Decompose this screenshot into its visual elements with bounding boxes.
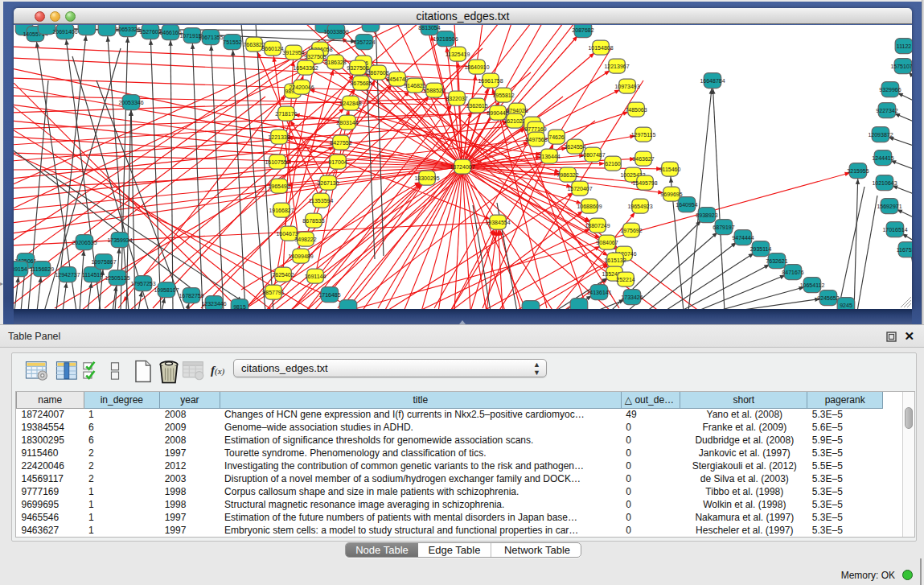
svg-text:6497568: 6497568 bbox=[525, 137, 547, 142]
svg-text:11325419: 11325419 bbox=[446, 51, 470, 57]
svg-text:15692971: 15692971 bbox=[877, 204, 901, 209]
svg-text:16782759: 16782759 bbox=[179, 293, 203, 299]
svg-text:18640910: 18640910 bbox=[464, 64, 489, 70]
svg-text:6879197: 6879197 bbox=[713, 225, 734, 230]
svg-text:19166827: 19166827 bbox=[269, 208, 294, 213]
svg-text:8322037: 8322037 bbox=[446, 96, 467, 101]
svg-text:7485063: 7485063 bbox=[625, 107, 647, 113]
svg-text:17957253: 17957253 bbox=[130, 281, 155, 286]
svg-text:62160: 62160 bbox=[605, 161, 621, 167]
svg-text:17359934: 17359934 bbox=[107, 237, 132, 243]
svg-text:8186328: 8186328 bbox=[324, 60, 346, 65]
svg-text:10154808: 10154808 bbox=[588, 45, 613, 51]
svg-text:10653326: 10653326 bbox=[115, 27, 140, 32]
svg-text:1588520: 1588520 bbox=[423, 88, 445, 93]
svg-text:16107552: 16107552 bbox=[265, 159, 290, 165]
svg-text:19654923: 19654923 bbox=[627, 204, 652, 209]
svg-text:7625402: 7625402 bbox=[272, 272, 294, 278]
svg-text:15720407: 15720407 bbox=[567, 186, 592, 192]
svg-text:1362615: 1362615 bbox=[466, 103, 487, 109]
svg-text:2935114: 2935114 bbox=[750, 246, 772, 252]
svg-text:3912954: 3912954 bbox=[282, 50, 304, 56]
svg-text:20053346: 20053346 bbox=[118, 100, 143, 105]
svg-text:12975115: 12975115 bbox=[631, 132, 656, 138]
svg-text:9857791: 9857791 bbox=[262, 290, 284, 295]
svg-text:9245652: 9245652 bbox=[817, 295, 839, 301]
svg-text:1621022: 1621022 bbox=[503, 118, 525, 124]
svg-text:10671355: 10671355 bbox=[198, 35, 223, 40]
svg-text:1615132: 1615132 bbox=[604, 257, 626, 263]
svg-text:3675685: 3675685 bbox=[350, 80, 372, 86]
svg-text:18724007: 18724007 bbox=[450, 164, 474, 170]
svg-text:8813054: 8813054 bbox=[418, 25, 440, 31]
svg-text:9474444: 9474444 bbox=[732, 235, 754, 241]
svg-text:19218506: 19218506 bbox=[433, 36, 458, 42]
svg-text:2718176: 2718176 bbox=[275, 111, 297, 117]
svg-text:9245: 9245 bbox=[840, 303, 852, 308]
svg-text:1244415: 1244415 bbox=[872, 155, 893, 161]
svg-text:10975867: 10975867 bbox=[91, 259, 116, 265]
svg-text:16961758: 16961758 bbox=[478, 78, 503, 84]
svg-text:8678533: 8678533 bbox=[302, 218, 324, 224]
svg-text:1527602: 1527602 bbox=[139, 29, 161, 35]
svg-text:16648784: 16648784 bbox=[700, 78, 725, 84]
svg-text:10654112: 10654112 bbox=[800, 282, 825, 288]
svg-text:6794028: 6794028 bbox=[506, 108, 528, 113]
svg-text:6466160: 6466160 bbox=[159, 30, 181, 35]
svg-text:2803144: 2803144 bbox=[336, 120, 358, 126]
svg-text:9327505: 9327505 bbox=[304, 54, 326, 60]
svg-text:10210643: 10210643 bbox=[872, 180, 897, 186]
svg-text:17016514: 17016514 bbox=[882, 227, 907, 233]
svg-text:7632621: 7632621 bbox=[766, 258, 787, 264]
svg-text:9699695: 9699695 bbox=[660, 192, 682, 197]
svg-text:751552: 751552 bbox=[223, 39, 241, 45]
svg-text:12942737: 12942737 bbox=[55, 272, 80, 278]
svg-text:8427552: 8427552 bbox=[330, 140, 351, 146]
svg-text:8660124: 8660124 bbox=[261, 46, 283, 51]
svg-text:7357224: 7357224 bbox=[353, 39, 375, 45]
svg-text:11353594: 11353594 bbox=[309, 198, 334, 204]
svg-text:9084067: 9084067 bbox=[596, 240, 618, 245]
svg-text:9242848: 9242848 bbox=[339, 101, 361, 106]
svg-text:9115460: 9115460 bbox=[659, 167, 681, 172]
svg-text:16543362: 16543362 bbox=[293, 65, 318, 71]
svg-text:19384554: 19384554 bbox=[485, 220, 510, 225]
svg-text:8471676: 8471676 bbox=[782, 270, 803, 275]
svg-text:20206535: 20206535 bbox=[72, 240, 97, 245]
svg-text:8454749: 8454749 bbox=[386, 76, 408, 82]
svg-text:9329966: 9329966 bbox=[879, 87, 901, 93]
svg-text:15495798: 15495798 bbox=[632, 180, 657, 186]
svg-text:18300295: 18300295 bbox=[414, 175, 439, 181]
svg-text:2087682: 2087682 bbox=[572, 27, 593, 33]
svg-text:12213967: 12213967 bbox=[604, 64, 629, 69]
svg-text:10688609: 10688609 bbox=[577, 204, 602, 209]
svg-text:1640954: 1640954 bbox=[676, 202, 697, 208]
svg-text:9227342: 9227342 bbox=[876, 108, 897, 113]
svg-text:11156829: 11156829 bbox=[30, 266, 54, 272]
svg-text:39154: 39154 bbox=[14, 266, 27, 272]
svg-text:7986322: 7986322 bbox=[556, 172, 578, 178]
svg-text:917004: 917004 bbox=[328, 159, 347, 165]
svg-text:9327508: 9327508 bbox=[347, 65, 368, 71]
svg-text:2867608: 2867608 bbox=[367, 70, 388, 76]
svg-text:1691144: 1691144 bbox=[305, 274, 326, 279]
svg-text:10807487: 10807487 bbox=[580, 152, 605, 158]
svg-text:1114519: 1114519 bbox=[82, 272, 103, 278]
svg-text:74626: 74626 bbox=[548, 134, 565, 140]
svg-text:14136141: 14136141 bbox=[586, 290, 611, 295]
svg-text:7955812: 7955812 bbox=[492, 93, 514, 98]
svg-text:12323446: 12323446 bbox=[201, 301, 226, 307]
svg-text:1716485: 1716485 bbox=[318, 292, 340, 298]
svg-text:15751074: 15751074 bbox=[890, 64, 912, 69]
svg-text:2136444: 2136444 bbox=[538, 154, 560, 159]
svg-text:11122: 11122 bbox=[897, 43, 912, 49]
svg-text:9777169: 9777169 bbox=[524, 126, 546, 132]
svg-text:1975692: 1975692 bbox=[620, 228, 642, 233]
svg-text:1965493: 1965493 bbox=[268, 183, 290, 189]
svg-text:3498222: 3498222 bbox=[294, 237, 316, 242]
svg-text:12093872: 12093872 bbox=[868, 132, 893, 138]
svg-text:8938923: 8938923 bbox=[696, 212, 717, 218]
svg-text:1167533: 1167533 bbox=[897, 247, 912, 253]
svg-text:1221338: 1221338 bbox=[268, 134, 290, 140]
svg-text:16033809: 16033809 bbox=[323, 29, 348, 35]
